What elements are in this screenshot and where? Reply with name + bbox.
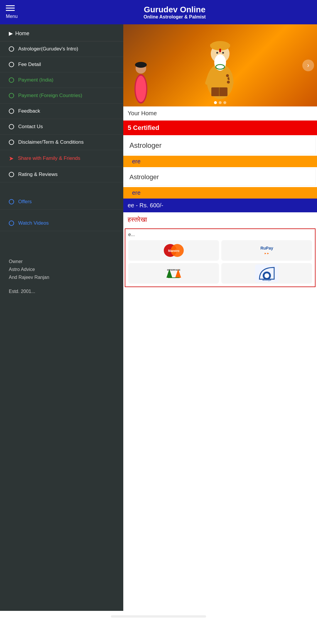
svg-point-10 — [226, 74, 229, 77]
menu-bar-1 — [6, 5, 15, 6]
sidebar-sep-1 — [0, 182, 123, 188]
sidebar-item-label: Offers — [18, 199, 32, 205]
svg-text:Buddya: Buddya — [262, 279, 271, 281]
app-header: Menu Gurudev Online Online Astrologer & … — [0, 0, 317, 24]
sidebar-sep-5 — [0, 237, 123, 243]
svg-text:Maestro: Maestro — [168, 249, 179, 252]
upi-logo: INTERFACE — [128, 263, 219, 284]
svg-text:►►: ►► — [264, 252, 269, 255]
sidebar-item-astrologer[interactable]: Astrologer(Gurudev's Intro) — [0, 41, 123, 57]
astrologer-card-1: Astrologer — [125, 137, 316, 154]
sidebar-item-offers[interactable]: Offers — [0, 194, 123, 210]
sidebar-item-label: Share with Family & Friends — [18, 155, 80, 161]
sidebar-item-watch-videos[interactable]: Watch Videos — [0, 216, 123, 231]
menu-bar-3 — [6, 10, 15, 11]
astrologer-figure — [203, 32, 238, 99]
sidebar-item-feedback[interactable]: Feedback — [0, 104, 123, 119]
hero-dot-1 — [214, 101, 217, 104]
main-content: › Your Home 5 Certified Astrologer ere A… — [123, 24, 317, 611]
menu-button[interactable]: Menu — [0, 0, 32, 24]
circle-icon — [9, 124, 14, 129]
sidebar-item-payment-foreign[interactable]: Payment (Foreign Countries) — [0, 88, 123, 104]
payment-label: e... — [128, 232, 312, 237]
sidebar-item-fee[interactable]: Fee Detail — [0, 57, 123, 72]
svg-rect-23 — [255, 243, 279, 258]
hindi-text: हस्तरेखा — [123, 212, 317, 227]
sidebar-item-label: Payment (India) — [18, 77, 53, 83]
svg-rect-4 — [210, 44, 230, 47]
menu-bar-2 — [6, 8, 15, 9]
maestro-icon: Maestro — [162, 243, 186, 258]
your-home-text: Your Home — [123, 106, 317, 121]
sidebar-item-label: Watch Videos — [18, 220, 49, 226]
svg-point-17 — [136, 76, 146, 102]
svg-point-33 — [264, 273, 269, 278]
your-home-label: Your Home — [128, 110, 157, 116]
app-title: Gurudev Online — [37, 5, 313, 14]
sidebar-sep-4 — [0, 231, 123, 237]
buddya-logo: Buddya — [221, 263, 312, 284]
home-arrow-icon: ▶ — [9, 30, 13, 37]
home-label: Home — [15, 30, 29, 37]
header-title-block: Gurudev Online Online Astrologer & Palmi… — [32, 1, 317, 24]
svg-line-15 — [230, 74, 232, 83]
svg-point-12 — [227, 81, 230, 84]
sidebar-item-disclaimer[interactable]: Disclaimer/Term & Conditions — [0, 135, 123, 150]
sidebar-item-label: Payment (Foreign Countries) — [18, 93, 82, 99]
fee-text: ee - Rs. 600/- — [128, 202, 163, 209]
sidebar-item-label: Rating & Reviews — [18, 172, 58, 177]
sidebar-item-label: Fee Detail — [18, 62, 41, 67]
main-layout: ▶ Home Astrologer(Gurudev's Intro) Fee D… — [0, 24, 317, 611]
circle-icon — [9, 109, 14, 114]
upi-icon: INTERFACE — [162, 266, 186, 281]
sidebar-sep-6 — [0, 243, 123, 249]
hindi-label: हस्तरेखा — [128, 216, 147, 223]
sidebar-sep-3 — [0, 210, 123, 216]
visit-here-1: ere — [128, 156, 145, 167]
menu-label: Menu — [6, 14, 18, 19]
astrologer-card-2: Astrologer — [125, 169, 316, 186]
hero-dots — [214, 101, 226, 104]
svg-rect-26 — [162, 266, 186, 281]
astrologer-title-1: Astrologer — [129, 141, 311, 150]
svg-point-6 — [222, 52, 224, 54]
sidebar-item-label: Astrologer(Gurudev's Intro) — [18, 46, 78, 52]
circle-icon — [9, 172, 14, 177]
svg-text:RuPay: RuPay — [260, 246, 273, 250]
astrologer-title-2: Astrologer — [129, 173, 311, 181]
fee-banner: ee - Rs. 600/- — [123, 199, 317, 212]
hero-dot-3 — [223, 101, 226, 104]
sidebar-item-home[interactable]: ▶ Home — [0, 24, 123, 41]
sidebar-item-payment-india[interactable]: Payment (India) — [0, 72, 123, 88]
certified-text: 5 Certified — [128, 124, 159, 131]
payment-logos: Maestro RuPay ►► — [128, 240, 312, 284]
sidebar-item-label: Contact Us — [18, 124, 43, 130]
hero-banner: › — [123, 24, 317, 106]
rupay-icon: RuPay ►► — [255, 243, 279, 258]
estd-label: Estd. 2001... — [9, 287, 117, 295]
app-subtitle: Online Astrologer & Palmist — [37, 14, 313, 20]
owner-name1: Astro Advice — [9, 265, 117, 273]
svg-text:INTERFACE: INTERFACE — [167, 269, 181, 271]
circle-icon-blue — [9, 221, 14, 226]
owner-label: Owner — [9, 257, 117, 265]
certified-banner: 5 Certified — [123, 121, 317, 135]
circle-icon — [9, 46, 14, 52]
share-arrow-icon: ➤ — [9, 155, 14, 162]
owner-name2: And Rajeev Ranjan — [9, 273, 117, 281]
orange-banner-2: ere — [123, 187, 317, 199]
visit-here-2: ere — [128, 187, 145, 198]
sidebar-sep-2 — [0, 188, 123, 194]
sidebar-item-contact[interactable]: Contact Us — [0, 119, 123, 135]
sidebar-item-share[interactable]: ➤ Share with Family & Friends — [0, 150, 123, 167]
hero-next-button[interactable]: › — [302, 60, 314, 71]
sidebar: ▶ Home Astrologer(Gurudev's Intro) Fee D… — [0, 24, 123, 611]
sidebar-footer: Owner Astro Advice And Rajeev Ranjan Est… — [0, 249, 123, 301]
orange-banner-1: ere — [123, 156, 317, 167]
sidebar-item-rating[interactable]: Rating & Reviews — [0, 167, 123, 182]
svg-point-19 — [135, 62, 147, 68]
bottom-bar — [111, 615, 206, 618]
circle-icon-green — [9, 77, 14, 83]
circle-icon-blue — [9, 199, 14, 204]
buddya-icon: Buddya — [255, 265, 279, 282]
